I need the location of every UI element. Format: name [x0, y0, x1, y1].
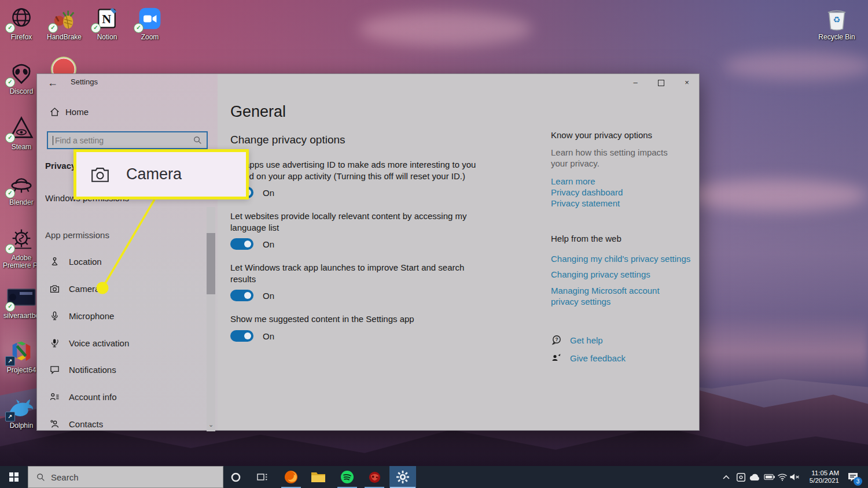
desktop-icon-label: Steam [12, 143, 32, 151]
get-help-label: Get help [570, 335, 603, 345]
desktop-icon-label: Dolphin [10, 422, 34, 430]
search-icon [193, 136, 202, 145]
taskbar-app-firefox[interactable] [278, 466, 304, 488]
battery-icon [764, 474, 775, 480]
taskbar-app-file-explorer[interactable] [305, 466, 332, 488]
settings-search-box[interactable] [47, 131, 208, 149]
toggle-suggested-content[interactable]: On [230, 330, 274, 342]
sync-check-badge: ✓ [48, 23, 58, 33]
tray-battery[interactable] [762, 466, 776, 488]
sync-check-badge: ✓ [5, 302, 15, 312]
toggle-state-label: On [263, 331, 274, 341]
toggle-switch[interactable] [230, 290, 253, 301]
location-icon [50, 257, 60, 267]
link-learn-more[interactable]: Learn more [551, 176, 696, 187]
desktop-icon-notion[interactable]: N ✓ Notion [86, 5, 128, 41]
desktop-icon-recycle-bin[interactable]: ♻ Recycle Bin [815, 5, 858, 41]
link-child-privacy[interactable]: Changing my child's privacy settings [551, 254, 696, 264]
sidebar-item-voice-activation[interactable]: Voice activation [50, 336, 129, 350]
taskbar-app-spotify[interactable] [334, 466, 361, 488]
sidebar-item-contacts[interactable]: Contacts [50, 417, 103, 431]
taskbar-search-box[interactable]: Search [28, 466, 223, 488]
sidebar-item-microphone[interactable]: Microphone [50, 309, 114, 323]
sync-check-badge: ✓ [5, 77, 15, 87]
sidebar-item-label: Notifications [69, 365, 116, 375]
privacy-options-panel: Know your privacy options Learn how this… [551, 130, 696, 209]
camera-callout: Camera [73, 149, 249, 199]
toggle-state-label: On [263, 188, 274, 198]
link-changing-privacy[interactable]: Changing privacy settings [551, 269, 696, 279]
toggle-language-list[interactable]: On [230, 238, 274, 250]
help-from-web-panel: Help from the web Changing my child's pr… [551, 234, 696, 307]
sidebar-item-camera[interactable]: Camera [50, 282, 100, 295]
toggle-switch[interactable] [230, 330, 253, 342]
sidebar-item-label: Location [69, 257, 102, 267]
taskbar-search-placeholder: Search [51, 472, 79, 482]
sidebar-item-location[interactable]: Location [50, 254, 102, 268]
settings-search-input[interactable] [53, 136, 193, 145]
back-button[interactable]: ← [45, 75, 60, 90]
tray-square-app-icon [736, 472, 746, 482]
svg-text:?: ? [555, 337, 558, 342]
toggle-app-launches[interactable]: On [230, 290, 274, 301]
option-text-app-launches: Let Windows track app launches to improv… [230, 262, 480, 284]
option-text-advertising-id: Let apps use advertising ID to make ads … [230, 159, 480, 182]
sidebar-item-notifications[interactable]: Notifications [50, 363, 116, 376]
voice-activation-icon [50, 338, 60, 348]
option-text-language-list: Let websites provide locally relevant co… [230, 210, 480, 233]
game-icon [367, 470, 382, 485]
desktop-icon-label: silveraartbo [3, 312, 39, 320]
sidebar-item-account-info[interactable]: Account info [50, 390, 117, 404]
sidebar-scrollbar-thumb[interactable] [207, 233, 215, 294]
sidebar-item-label: Microphone [69, 311, 114, 321]
scroll-down-chevron-icon[interactable]: ⌄ [207, 421, 215, 430]
clock-time: 11:05 AM [811, 469, 839, 477]
link-managing-account[interactable]: Managing Microsoft account privacy setti… [551, 285, 670, 307]
give-feedback-row[interactable]: Give feedback [551, 352, 626, 364]
account-info-icon [50, 392, 60, 402]
help-title: Help from the web [551, 234, 696, 243]
desktop-icon-label: Notion [97, 34, 117, 41]
sidebar-acrylic-tint [37, 74, 218, 430]
link-privacy-statement[interactable]: Privacy statement [551, 198, 696, 209]
desktop-icon-handbrake[interactable]: ✓ HandBrake [43, 5, 86, 41]
maximize-icon [658, 80, 664, 86]
sync-check-badge: ✓ [5, 188, 15, 198]
chevron-up-icon [722, 474, 730, 480]
link-privacy-dashboard[interactable]: Privacy dashboard [551, 187, 696, 198]
privacy-header: Privacy [45, 161, 76, 171]
tray-volume-muted[interactable] [788, 466, 801, 488]
settings-window: ← Settings – × Home Privacy Windows perm… [36, 73, 700, 431]
sync-check-badge: ✓ [5, 244, 15, 254]
option-text-suggested-content: Show me suggested content in the Setting… [230, 313, 480, 325]
cortana-button[interactable] [226, 466, 245, 488]
tray-app-icon[interactable] [734, 466, 748, 488]
aside-title: Know your privacy options [551, 130, 696, 140]
search-icon [36, 473, 45, 482]
close-button[interactable]: × [678, 74, 696, 91]
tray-onedrive[interactable] [748, 466, 762, 488]
action-center-button[interactable]: 3 [840, 466, 866, 488]
desktop-icon-label: HandBrake [47, 34, 82, 41]
maximize-button[interactable] [652, 74, 670, 91]
desktop-icon-zoom[interactable]: ✓ Zoom [128, 5, 171, 41]
tray-show-hidden-icons[interactable] [719, 466, 733, 488]
get-help-row[interactable]: ? Get help [551, 334, 603, 346]
taskbar-app-game[interactable] [361, 466, 388, 488]
gear-icon [396, 470, 410, 484]
task-view-button[interactable] [251, 466, 273, 488]
svg-text:♻: ♻ [833, 15, 841, 24]
firefox-icon [284, 469, 299, 485]
taskbar-app-settings[interactable] [389, 466, 416, 488]
start-button[interactable] [0, 466, 28, 488]
minimize-button[interactable]: – [626, 74, 645, 91]
taskbar-clock[interactable]: 11:05 AM 5/20/2021 [803, 466, 839, 488]
notification-count-badge: 3 [854, 477, 862, 486]
desktop-icon-label: Blender [9, 199, 33, 206]
toggle-switch[interactable] [230, 238, 253, 250]
desktop-icon-firefox[interactable]: ✓ Firefox [0, 5, 43, 41]
sidebar-item-home[interactable]: Home [50, 107, 89, 117]
toggle-state-label: On [263, 291, 274, 301]
page-title: General [230, 103, 286, 121]
toggle-state-label: On [263, 239, 274, 249]
